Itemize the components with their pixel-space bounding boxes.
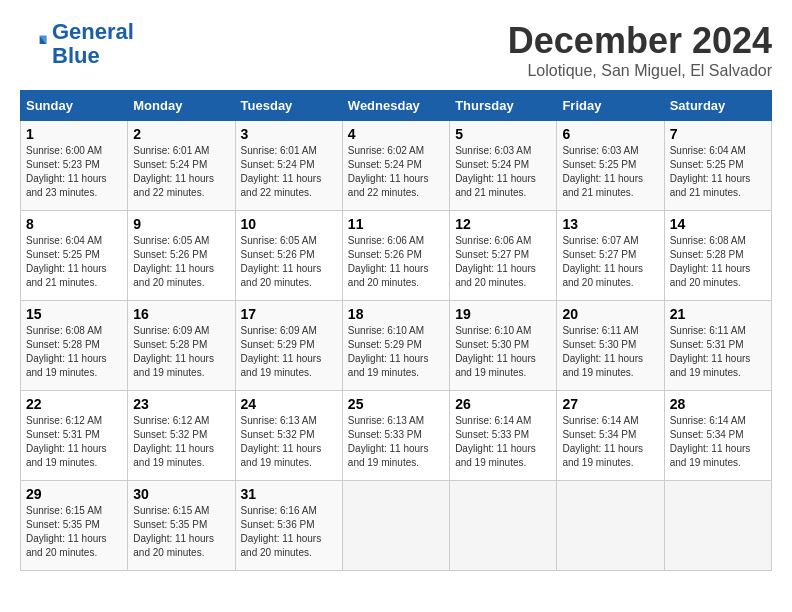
day-info: Sunrise: 6:14 AMSunset: 5:34 PMDaylight:…: [670, 415, 751, 468]
weekday-header-cell: Wednesday: [342, 91, 449, 121]
day-number: 6: [562, 126, 658, 142]
logo: General Blue: [20, 20, 134, 68]
day-info: Sunrise: 6:11 AMSunset: 5:30 PMDaylight:…: [562, 325, 643, 378]
day-info: Sunrise: 6:11 AMSunset: 5:31 PMDaylight:…: [670, 325, 751, 378]
day-info: Sunrise: 6:00 AMSunset: 5:23 PMDaylight:…: [26, 145, 107, 198]
day-number: 7: [670, 126, 766, 142]
day-info: Sunrise: 6:16 AMSunset: 5:36 PMDaylight:…: [241, 505, 322, 558]
calendar-day-cell: [557, 481, 664, 571]
day-info: Sunrise: 6:15 AMSunset: 5:35 PMDaylight:…: [26, 505, 107, 558]
weekday-header-cell: Monday: [128, 91, 235, 121]
weekday-header-row: SundayMondayTuesdayWednesdayThursdayFrid…: [21, 91, 772, 121]
calendar-week-row: 22 Sunrise: 6:12 AMSunset: 5:31 PMDaylig…: [21, 391, 772, 481]
day-number: 2: [133, 126, 229, 142]
day-info: Sunrise: 6:14 AMSunset: 5:33 PMDaylight:…: [455, 415, 536, 468]
calendar-week-row: 15 Sunrise: 6:08 AMSunset: 5:28 PMDaylig…: [21, 301, 772, 391]
calendar-day-cell: 9 Sunrise: 6:05 AMSunset: 5:26 PMDayligh…: [128, 211, 235, 301]
day-number: 14: [670, 216, 766, 232]
day-number: 29: [26, 486, 122, 502]
day-info: Sunrise: 6:04 AMSunset: 5:25 PMDaylight:…: [26, 235, 107, 288]
calendar-day-cell: 17 Sunrise: 6:09 AMSunset: 5:29 PMDaylig…: [235, 301, 342, 391]
day-number: 28: [670, 396, 766, 412]
day-info: Sunrise: 6:06 AMSunset: 5:27 PMDaylight:…: [455, 235, 536, 288]
calendar-body: 1 Sunrise: 6:00 AMSunset: 5:23 PMDayligh…: [21, 121, 772, 571]
calendar-day-cell: 18 Sunrise: 6:10 AMSunset: 5:29 PMDaylig…: [342, 301, 449, 391]
calendar-day-cell: 3 Sunrise: 6:01 AMSunset: 5:24 PMDayligh…: [235, 121, 342, 211]
calendar-day-cell: 4 Sunrise: 6:02 AMSunset: 5:24 PMDayligh…: [342, 121, 449, 211]
day-number: 26: [455, 396, 551, 412]
day-number: 24: [241, 396, 337, 412]
calendar-day-cell: 13 Sunrise: 6:07 AMSunset: 5:27 PMDaylig…: [557, 211, 664, 301]
page-header: General Blue December 2024 Lolotique, Sa…: [20, 20, 772, 80]
calendar-week-row: 1 Sunrise: 6:00 AMSunset: 5:23 PMDayligh…: [21, 121, 772, 211]
title-block: December 2024 Lolotique, San Miguel, El …: [508, 20, 772, 80]
day-info: Sunrise: 6:06 AMSunset: 5:26 PMDaylight:…: [348, 235, 429, 288]
day-number: 11: [348, 216, 444, 232]
day-number: 17: [241, 306, 337, 322]
month-year: December 2024: [508, 20, 772, 62]
calendar-day-cell: 14 Sunrise: 6:08 AMSunset: 5:28 PMDaylig…: [664, 211, 771, 301]
calendar-day-cell: 23 Sunrise: 6:12 AMSunset: 5:32 PMDaylig…: [128, 391, 235, 481]
day-info: Sunrise: 6:03 AMSunset: 5:24 PMDaylight:…: [455, 145, 536, 198]
day-info: Sunrise: 6:05 AMSunset: 5:26 PMDaylight:…: [241, 235, 322, 288]
day-info: Sunrise: 6:12 AMSunset: 5:32 PMDaylight:…: [133, 415, 214, 468]
logo-text: General Blue: [52, 20, 134, 68]
calendar-day-cell: 30 Sunrise: 6:15 AMSunset: 5:35 PMDaylig…: [128, 481, 235, 571]
logo-line1: General: [52, 19, 134, 44]
calendar-day-cell: 29 Sunrise: 6:15 AMSunset: 5:35 PMDaylig…: [21, 481, 128, 571]
day-info: Sunrise: 6:01 AMSunset: 5:24 PMDaylight:…: [133, 145, 214, 198]
day-info: Sunrise: 6:09 AMSunset: 5:28 PMDaylight:…: [133, 325, 214, 378]
calendar-day-cell: 21 Sunrise: 6:11 AMSunset: 5:31 PMDaylig…: [664, 301, 771, 391]
day-number: 10: [241, 216, 337, 232]
day-info: Sunrise: 6:03 AMSunset: 5:25 PMDaylight:…: [562, 145, 643, 198]
day-number: 20: [562, 306, 658, 322]
location: Lolotique, San Miguel, El Salvador: [508, 62, 772, 80]
day-number: 4: [348, 126, 444, 142]
day-number: 8: [26, 216, 122, 232]
day-number: 16: [133, 306, 229, 322]
weekday-header-cell: Sunday: [21, 91, 128, 121]
day-info: Sunrise: 6:15 AMSunset: 5:35 PMDaylight:…: [133, 505, 214, 558]
day-info: Sunrise: 6:13 AMSunset: 5:32 PMDaylight:…: [241, 415, 322, 468]
calendar-day-cell: 27 Sunrise: 6:14 AMSunset: 5:34 PMDaylig…: [557, 391, 664, 481]
day-number: 27: [562, 396, 658, 412]
weekday-header-cell: Tuesday: [235, 91, 342, 121]
day-info: Sunrise: 6:04 AMSunset: 5:25 PMDaylight:…: [670, 145, 751, 198]
calendar-day-cell: 5 Sunrise: 6:03 AMSunset: 5:24 PMDayligh…: [450, 121, 557, 211]
logo-icon: [20, 30, 48, 58]
calendar-day-cell: 28 Sunrise: 6:14 AMSunset: 5:34 PMDaylig…: [664, 391, 771, 481]
calendar-day-cell: [342, 481, 449, 571]
weekday-header-cell: Saturday: [664, 91, 771, 121]
day-info: Sunrise: 6:09 AMSunset: 5:29 PMDaylight:…: [241, 325, 322, 378]
day-number: 19: [455, 306, 551, 322]
calendar-day-cell: 6 Sunrise: 6:03 AMSunset: 5:25 PMDayligh…: [557, 121, 664, 211]
calendar-week-row: 29 Sunrise: 6:15 AMSunset: 5:35 PMDaylig…: [21, 481, 772, 571]
calendar-day-cell: 10 Sunrise: 6:05 AMSunset: 5:26 PMDaylig…: [235, 211, 342, 301]
calendar-day-cell: 31 Sunrise: 6:16 AMSunset: 5:36 PMDaylig…: [235, 481, 342, 571]
day-info: Sunrise: 6:01 AMSunset: 5:24 PMDaylight:…: [241, 145, 322, 198]
calendar-table: SundayMondayTuesdayWednesdayThursdayFrid…: [20, 90, 772, 571]
day-number: 25: [348, 396, 444, 412]
day-number: 9: [133, 216, 229, 232]
calendar-day-cell: 12 Sunrise: 6:06 AMSunset: 5:27 PMDaylig…: [450, 211, 557, 301]
day-info: Sunrise: 6:10 AMSunset: 5:30 PMDaylight:…: [455, 325, 536, 378]
calendar-day-cell: 19 Sunrise: 6:10 AMSunset: 5:30 PMDaylig…: [450, 301, 557, 391]
weekday-header-cell: Thursday: [450, 91, 557, 121]
calendar-day-cell: 11 Sunrise: 6:06 AMSunset: 5:26 PMDaylig…: [342, 211, 449, 301]
calendar-day-cell: 7 Sunrise: 6:04 AMSunset: 5:25 PMDayligh…: [664, 121, 771, 211]
day-info: Sunrise: 6:07 AMSunset: 5:27 PMDaylight:…: [562, 235, 643, 288]
calendar-day-cell: 8 Sunrise: 6:04 AMSunset: 5:25 PMDayligh…: [21, 211, 128, 301]
day-number: 31: [241, 486, 337, 502]
calendar-day-cell: 1 Sunrise: 6:00 AMSunset: 5:23 PMDayligh…: [21, 121, 128, 211]
day-info: Sunrise: 6:02 AMSunset: 5:24 PMDaylight:…: [348, 145, 429, 198]
day-number: 3: [241, 126, 337, 142]
day-info: Sunrise: 6:14 AMSunset: 5:34 PMDaylight:…: [562, 415, 643, 468]
calendar-day-cell: [664, 481, 771, 571]
day-info: Sunrise: 6:05 AMSunset: 5:26 PMDaylight:…: [133, 235, 214, 288]
day-number: 5: [455, 126, 551, 142]
calendar-day-cell: 25 Sunrise: 6:13 AMSunset: 5:33 PMDaylig…: [342, 391, 449, 481]
calendar-day-cell: 20 Sunrise: 6:11 AMSunset: 5:30 PMDaylig…: [557, 301, 664, 391]
day-number: 13: [562, 216, 658, 232]
day-number: 22: [26, 396, 122, 412]
calendar-day-cell: 2 Sunrise: 6:01 AMSunset: 5:24 PMDayligh…: [128, 121, 235, 211]
